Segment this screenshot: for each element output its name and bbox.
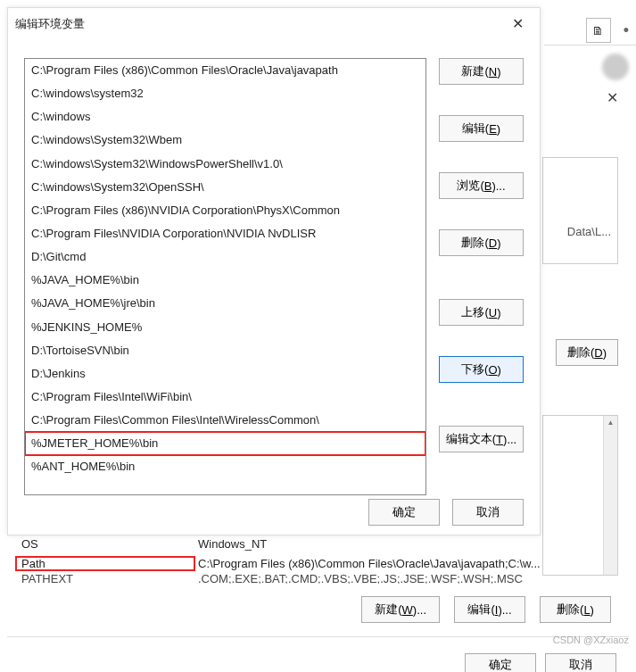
table-row[interactable]: OSWindows_NT: [16, 534, 616, 553]
path-entry[interactable]: D:\TortoiseSVN\bin: [25, 339, 425, 362]
more-dot[interactable]: •: [624, 21, 629, 40]
moveup-button[interactable]: 上移(U): [439, 299, 524, 326]
avatar: [602, 54, 629, 80]
path-entry[interactable]: %JAVA_HOME%\jre\bin: [25, 292, 425, 315]
bg-listbox-1: [542, 157, 618, 264]
path-entry[interactable]: D:\Git\cmd: [25, 245, 425, 269]
path-entry[interactable]: C:\windows: [25, 105, 425, 129]
path-entry[interactable]: %JAVA_HOME%\bin: [25, 269, 425, 292]
bottom-button-row: 确定 取消: [465, 653, 616, 672]
var-name: OS: [16, 537, 194, 551]
dialog-title: 编辑环境变量: [15, 16, 85, 32]
path-entry[interactable]: C:\windows\System32\WindowsPowerShell\v1…: [25, 153, 425, 176]
document-icon[interactable]: 🗎: [586, 18, 611, 43]
table-row[interactable]: PathC:\Program Files (x86)\Common Files\…: [16, 553, 616, 573]
ok-button[interactable]: 确定: [368, 499, 440, 526]
path-entry[interactable]: C:\windows\System32\Wbem: [25, 129, 425, 152]
delete-l-button[interactable]: 删除(L): [540, 596, 611, 623]
path-entry[interactable]: %JMETER_HOME%\bin: [25, 432, 425, 455]
top-divider: [544, 45, 636, 46]
edit-i-button[interactable]: 编辑(I)...: [454, 596, 525, 623]
delete-button[interactable]: 删除(D): [439, 229, 524, 256]
edit-env-var-dialog: 编辑环境变量 ✕ C:\Program Files (x86)\Common F…: [7, 7, 541, 535]
side-buttons: 新建(N) 编辑(E) 浏览(B)... 删除(D) 上移(U) 下移(O) 编…: [439, 58, 524, 495]
path-entry[interactable]: %JENKINS_HOME%: [25, 316, 425, 339]
bottom-cancel-button[interactable]: 取消: [545, 653, 616, 672]
cancel-button[interactable]: 取消: [452, 499, 524, 526]
bg-delete-d-button[interactable]: 删除(D): [556, 339, 618, 366]
edit-button[interactable]: 编辑(E): [439, 115, 524, 142]
path-entry[interactable]: C:\windows\System32\OpenSSH\: [25, 176, 425, 199]
var-value: C:\Program Files (x86)\Common Files\Orac…: [194, 557, 616, 570]
path-entry[interactable]: D:\Jenkins: [25, 362, 425, 386]
movedown-button[interactable]: 下移(O): [439, 356, 524, 383]
edittext-button[interactable]: 编辑文本(T)...: [439, 426, 524, 452]
bottom-ok-button[interactable]: 确定: [465, 653, 536, 672]
bottom-divider: [7, 636, 629, 637]
bg-close-icon[interactable]: ✕: [607, 89, 618, 106]
scroll-up-icon[interactable]: ▲: [604, 416, 617, 430]
path-entry[interactable]: C:\Program Files\NVIDIA Corporation\NVID…: [25, 222, 425, 245]
table-row[interactable]: PATHEXT.COM;.EXE;.BAT;.CMD;.VBS;.VBE;.JS…: [16, 573, 616, 584]
path-entry[interactable]: C:\Program Files (x86)\NVIDIA Corporatio…: [25, 199, 425, 222]
path-entry[interactable]: C:\Program Files\Intel\WiFi\bin\: [25, 386, 425, 409]
path-entries-list[interactable]: C:\Program Files (x86)\Common Files\Orac…: [24, 58, 426, 495]
watermark: CSDN @XZxiaoz: [553, 635, 629, 645]
env-vars-table: OSWindows_NTPathC:\Program Files (x86)\C…: [16, 534, 616, 584]
var-name: Path: [16, 557, 194, 570]
lower-button-row: 新建(W)... 编辑(I)... 删除(L): [361, 596, 611, 623]
path-entry[interactable]: %ANT_HOME%\bin: [25, 455, 425, 478]
new-button[interactable]: 新建(N): [439, 58, 524, 85]
close-icon[interactable]: ✕: [507, 15, 529, 32]
browse-button[interactable]: 浏览(B)...: [439, 172, 524, 199]
var-value: .COM;.EXE;.BAT;.CMD;.VBS;.VBE;.JS;.JSE;.…: [194, 573, 616, 584]
bg-text-snippet: Data\L...: [567, 225, 611, 238]
path-entry[interactable]: C:\Program Files\Common Files\Intel\Wire…: [25, 409, 425, 432]
path-entry[interactable]: C:\windows\system32: [25, 82, 425, 105]
var-value: Windows_NT: [194, 537, 616, 551]
new-w-button[interactable]: 新建(W)...: [361, 596, 440, 623]
var-name: PATHEXT: [16, 573, 194, 584]
path-entry[interactable]: C:\Program Files (x86)\Common Files\Orac…: [25, 59, 425, 82]
doc-glyph: 🗎: [592, 24, 604, 37]
